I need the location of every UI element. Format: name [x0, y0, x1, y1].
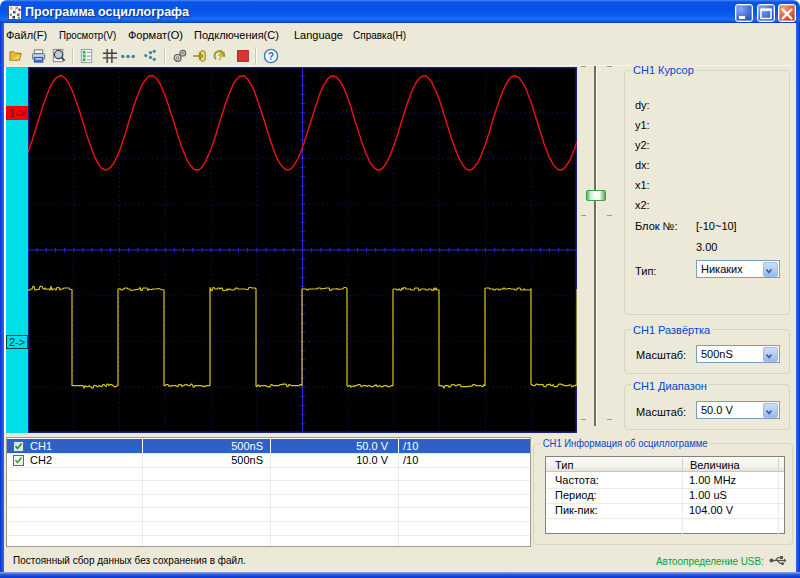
- svg-text:?: ?: [268, 51, 274, 62]
